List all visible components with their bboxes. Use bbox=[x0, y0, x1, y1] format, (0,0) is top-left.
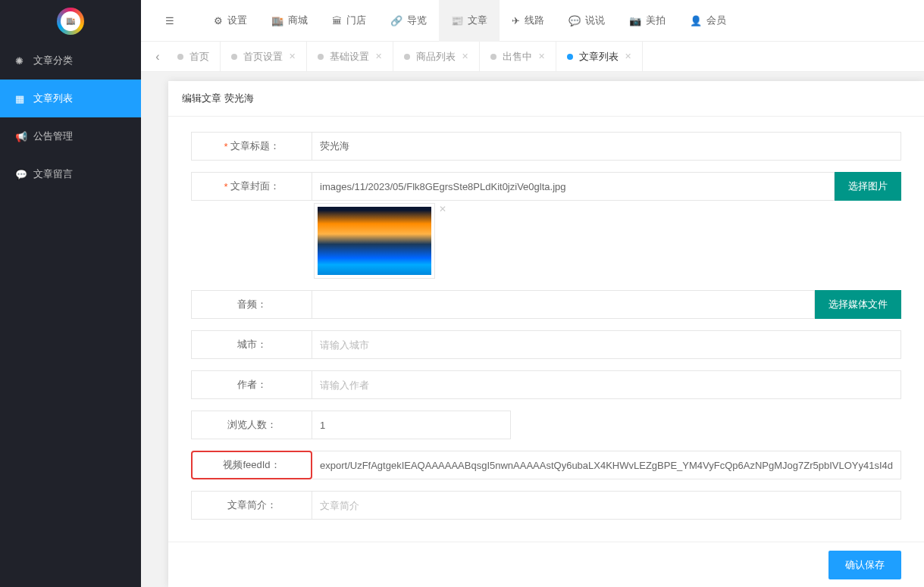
input-views[interactable] bbox=[312, 411, 511, 439]
input-intro[interactable] bbox=[312, 491, 901, 520]
gear-icon: ⚙ bbox=[214, 15, 223, 27]
cover-thumbnail bbox=[318, 207, 431, 275]
news-icon: 📰 bbox=[451, 15, 463, 27]
grid-icon: ▦ bbox=[15, 93, 26, 105]
panel-title: 编辑文章 荧光海 bbox=[168, 81, 924, 117]
label-intro: 文章简介： bbox=[191, 491, 312, 520]
label-cover: *文章封面： bbox=[191, 172, 312, 201]
sidebar-item-label: 文章分类 bbox=[33, 54, 73, 67]
sidebar-item-article-list[interactable]: ▦ 文章列表 bbox=[0, 80, 141, 117]
input-title[interactable] bbox=[312, 132, 901, 161]
topnav-guide[interactable]: 🔗导览 bbox=[378, 0, 439, 42]
close-icon[interactable]: ✕ bbox=[625, 52, 631, 61]
sidebar-item-comments[interactable]: 💬 文章留言 bbox=[0, 155, 141, 193]
topnav-article[interactable]: 📰文章 bbox=[439, 0, 500, 42]
label-city: 城市： bbox=[191, 330, 312, 359]
user-icon: 👤 bbox=[690, 15, 702, 27]
menu-toggle-icon[interactable]: ☰ bbox=[156, 15, 183, 27]
topnav-photo[interactable]: 📷美拍 bbox=[617, 0, 678, 42]
input-audio[interactable] bbox=[312, 290, 815, 319]
sidebar-item-category[interactable]: ✺ 文章分类 bbox=[0, 42, 141, 80]
label-feedid: 视频feedId： bbox=[191, 451, 312, 479]
wechat-icon: 💬 bbox=[568, 15, 581, 27]
topnav-shop[interactable]: 🏛门店 bbox=[320, 0, 378, 42]
edit-panel: 编辑文章 荧光海 *文章标题： *文章封面： 选择图片 ✕ bbox=[168, 81, 924, 587]
logo: 🏬 bbox=[0, 0, 141, 42]
main: ☰ ⚙设置 🏬商城 🏛门店 🔗导览 📰文章 ✈线路 💬说说 📷美拍 👤会员 ‹ … bbox=[141, 0, 924, 587]
label-author: 作者： bbox=[191, 370, 312, 399]
input-cover[interactable] bbox=[312, 172, 835, 201]
select-image-button[interactable]: 选择图片 bbox=[835, 172, 901, 201]
plane-icon: ✈ bbox=[512, 15, 520, 27]
topnav-mall[interactable]: 🏬商城 bbox=[259, 0, 320, 42]
save-button[interactable]: 确认保存 bbox=[828, 551, 901, 579]
link-icon: 🔗 bbox=[390, 15, 402, 27]
tab-home-settings[interactable]: 首页设置✕ bbox=[221, 42, 307, 72]
tab-base-settings[interactable]: 基础设置✕ bbox=[307, 42, 393, 72]
chat-icon: 💬 bbox=[15, 169, 26, 180]
store-icon: 🏬 bbox=[271, 15, 283, 27]
close-icon[interactable]: ✕ bbox=[289, 52, 296, 61]
label-audio: 音频： bbox=[191, 290, 312, 319]
sidebar-item-label: 公告管理 bbox=[33, 130, 73, 143]
sidebar-item-label: 文章列表 bbox=[33, 92, 73, 105]
sidebar-item-announce[interactable]: 📢 公告管理 bbox=[0, 117, 141, 155]
input-feedid[interactable] bbox=[312, 451, 901, 479]
topnav-talk[interactable]: 💬说说 bbox=[556, 0, 617, 42]
topnav-settings[interactable]: ⚙设置 bbox=[202, 0, 259, 42]
input-city[interactable] bbox=[312, 330, 901, 359]
remove-image-icon[interactable]: ✕ bbox=[439, 204, 446, 214]
select-media-button[interactable]: 选择媒体文件 bbox=[815, 290, 901, 319]
top-nav: ☰ ⚙设置 🏬商城 🏛门店 🔗导览 📰文章 ✈线路 💬说说 📷美拍 👤会员 bbox=[141, 0, 924, 42]
tab-on-sale[interactable]: 出售中✕ bbox=[480, 42, 556, 72]
tab-bar: ‹ 首页 首页设置✕ 基础设置✕ 商品列表✕ 出售中✕ 文章列表✕ bbox=[141, 42, 924, 72]
footer-bar: 确认保存 bbox=[168, 542, 924, 587]
topnav-member[interactable]: 👤会员 bbox=[678, 0, 738, 42]
sidebar: 🏬 ✺ 文章分类 ▦ 文章列表 📢 公告管理 💬 文章留言 bbox=[0, 0, 141, 587]
close-icon[interactable]: ✕ bbox=[375, 52, 382, 61]
building-icon: 🏛 bbox=[332, 15, 342, 27]
close-icon[interactable]: ✕ bbox=[538, 52, 545, 61]
camera-icon: 📷 bbox=[629, 15, 641, 27]
tab-article-list[interactable]: 文章列表✕ bbox=[556, 42, 643, 72]
label-views: 浏览人数： bbox=[191, 411, 312, 439]
megaphone-icon: 📢 bbox=[15, 131, 26, 142]
input-author[interactable] bbox=[312, 370, 901, 399]
tab-product-list[interactable]: 商品列表✕ bbox=[393, 42, 480, 72]
label-title: *文章标题： bbox=[191, 132, 312, 161]
sparkle-icon: ✺ bbox=[15, 55, 26, 67]
form: *文章标题： *文章封面： 选择图片 ✕ bbox=[168, 117, 924, 542]
cover-preview: ✕ bbox=[314, 203, 435, 279]
tab-home[interactable]: 首页 bbox=[167, 42, 221, 72]
sidebar-item-label: 文章留言 bbox=[33, 167, 73, 181]
topnav-route[interactable]: ✈线路 bbox=[500, 0, 556, 42]
tab-prev-icon[interactable]: ‹ bbox=[149, 50, 167, 64]
close-icon[interactable]: ✕ bbox=[462, 52, 468, 61]
